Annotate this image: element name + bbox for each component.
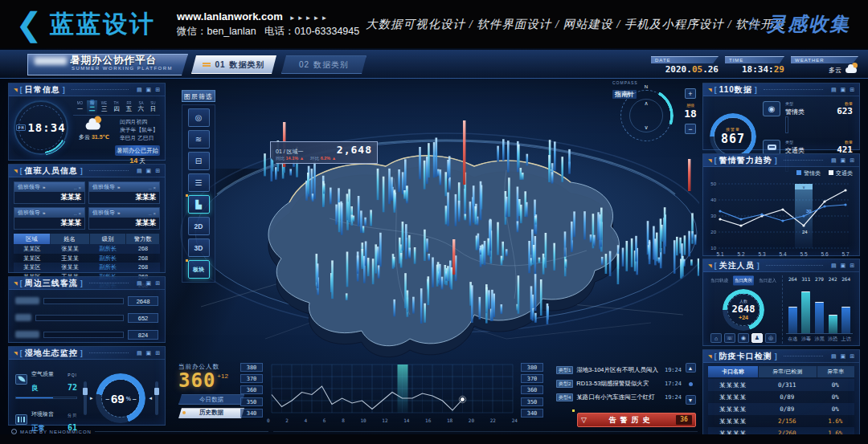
view-3d-button[interactable]: 3D bbox=[188, 238, 210, 257]
focus-title: 关注人员 bbox=[719, 260, 755, 271]
person-icon[interactable]: ♟ bbox=[751, 333, 763, 343]
expand-icon[interactable]: ⊞ bbox=[850, 157, 854, 164]
expand-icon[interactable]: ⊞ bbox=[155, 168, 160, 174]
history-data-button[interactable]: 历史数据 bbox=[178, 408, 244, 418]
window-icon[interactable]: ▣ bbox=[841, 353, 846, 360]
x-tick: 0 bbox=[267, 418, 270, 423]
phone-icon[interactable]: ☏ bbox=[724, 333, 735, 343]
camera-icon: ◎ bbox=[195, 113, 203, 122]
house-icon[interactable]: ⌂ bbox=[710, 333, 722, 343]
alert-item[interactable]: 类型2RD13-53烟感报警疑似火灾17:24 bbox=[556, 377, 682, 390]
minimize-icon[interactable]: ▤ bbox=[137, 350, 142, 356]
weather-cell: 多云 31.5℃ bbox=[73, 119, 115, 141]
window-icon[interactable]: ▣ bbox=[146, 87, 152, 93]
expand-icon[interactable]: ⊞ bbox=[155, 87, 160, 93]
website-link[interactable]: www.lanlanwork.com bbox=[177, 10, 283, 22]
trend-line-chart[interactable]: 5040302010∨30245.15.25.35.45.55.65.7 bbox=[707, 177, 855, 258]
x-tick: 8 bbox=[342, 418, 345, 423]
grid-layer-button[interactable]: ⊟ bbox=[188, 152, 210, 170]
svg-text:40: 40 bbox=[710, 198, 716, 202]
2d-label: 2D bbox=[194, 222, 203, 230]
lunar-calendar: 闰四月初四庚子年【鼠年】辛巳月 乙巳日 bbox=[120, 118, 160, 143]
svg-text:20: 20 bbox=[710, 230, 716, 234]
scroll-up-button[interactable]: ▲ bbox=[686, 363, 696, 373]
minimize-icon[interactable]: ▤ bbox=[137, 87, 142, 93]
redacted-prefix bbox=[35, 57, 67, 65]
window-icon[interactable]: ▣ bbox=[146, 350, 152, 356]
alert-item[interactable]: 类型4某路口有小汽车连闯三个红灯19:24 bbox=[556, 390, 682, 404]
bar[interactable] bbox=[815, 302, 824, 333]
minimize-icon[interactable]: ▤ bbox=[831, 157, 837, 164]
compass-north: N bbox=[645, 84, 648, 89]
tab-daily-track[interactable]: 当日轨迹 bbox=[709, 276, 730, 286]
minimize-icon[interactable]: ▤ bbox=[831, 353, 837, 360]
tab-daily-enter[interactable]: 当日进入 bbox=[757, 276, 778, 286]
alert-count-badge: 36 bbox=[676, 415, 692, 425]
expand-icon[interactable]: ⊞ bbox=[850, 263, 854, 269]
compass-widget: COMPASS 指南针 N ∧ ∨ + 层级 18 − bbox=[612, 80, 698, 151]
bar-value: 264 bbox=[839, 276, 853, 284]
window-icon[interactable]: ▣ bbox=[841, 157, 846, 164]
duty-leader-card[interactable]: 值班领导»‥ ×某某某 bbox=[88, 181, 160, 204]
window-icon[interactable]: ▣ bbox=[841, 263, 846, 269]
lanlan-logo-icon: ❮ bbox=[13, 6, 45, 42]
window-icon[interactable]: ▣ bbox=[841, 87, 846, 93]
duty-leader-card[interactable]: 值班领导»‥ ×某某某 bbox=[88, 207, 160, 230]
clock-time: 18:34 bbox=[27, 121, 65, 134]
arrow-right-icon[interactable]: ◂ bbox=[149, 395, 152, 401]
slider-left[interactable] bbox=[84, 381, 87, 415]
minimize-icon[interactable]: ▤ bbox=[137, 168, 142, 174]
tab-data-category-01[interactable]: 01 数据类别 bbox=[191, 55, 276, 74]
checkpoint-table-header: 卡口名称异常/已检测异常率 bbox=[708, 366, 854, 377]
duty-leader-card[interactable]: 值班领导»‥ ×某某某 bbox=[14, 181, 85, 204]
tab-data-category-02[interactable]: 02 数据类别 bbox=[281, 55, 366, 74]
tab-daily-leave[interactable]: 当日离所 bbox=[733, 276, 754, 286]
today-data-button[interactable]: 今日数据 bbox=[178, 394, 244, 405]
expand-icon[interactable]: ⊞ bbox=[155, 350, 160, 356]
slider-right[interactable] bbox=[155, 381, 158, 415]
minimize-icon[interactable]: ▤ bbox=[137, 280, 142, 287]
bar[interactable] bbox=[841, 307, 850, 333]
bar-value: 279 bbox=[813, 276, 826, 284]
expand-icon[interactable]: ⊞ bbox=[850, 353, 854, 360]
header-date: DATE 2020.05.26 bbox=[651, 56, 719, 74]
zoom-out-button[interactable]: − bbox=[685, 124, 696, 134]
minimize-icon[interactable]: ▤ bbox=[831, 87, 837, 93]
platform-title: 暑期办公协作平台 bbox=[70, 56, 157, 66]
y-axis-tick: 350 bbox=[521, 397, 543, 406]
inspiration-collect[interactable]: ☆ 灵感收集 bbox=[744, 0, 850, 48]
alert-item[interactable]: 类型1湿地3-104片区有不明人员闯入19:24 bbox=[556, 363, 682, 377]
zoom-in-button[interactable]: + bbox=[685, 88, 696, 99]
svg-text:10: 10 bbox=[710, 246, 716, 251]
partly-cloudy-icon bbox=[86, 120, 103, 130]
duty-leader-card[interactable]: 值班领导»‥ ×某某某 bbox=[14, 207, 85, 230]
office-line-chart[interactable] bbox=[267, 363, 518, 426]
barchart-layer-button[interactable]: ▙ bbox=[188, 195, 210, 214]
window-icon[interactable]: ▣ bbox=[146, 168, 152, 174]
bar[interactable] bbox=[788, 307, 797, 333]
weather-desc: 多云 bbox=[79, 134, 90, 140]
110-row-police: ◉ 类型数量 警情类623 bbox=[763, 101, 853, 132]
camera-layer-button[interactable]: ◎ bbox=[188, 108, 210, 127]
bar[interactable] bbox=[829, 315, 837, 333]
radar-layer-button[interactable]: ≋ bbox=[188, 130, 210, 149]
chevron-up-icon: ∧ bbox=[644, 100, 648, 107]
table-row: 某某某某0/890% bbox=[708, 403, 854, 415]
y-axis-tick: 370 bbox=[240, 374, 263, 383]
expand-icon[interactable]: ⊞ bbox=[850, 87, 854, 93]
track-icon[interactable]: ◉ bbox=[738, 333, 749, 343]
expand-icon[interactable]: ⊞ bbox=[155, 280, 160, 287]
alert-history-button[interactable]: ▽ 告警历史 36 bbox=[577, 413, 696, 427]
gauge-value: 867 bbox=[721, 132, 745, 146]
compass-dial[interactable]: N ∧ ∨ bbox=[620, 90, 672, 141]
arrow-left-icon[interactable]: ▸ bbox=[90, 395, 93, 401]
list-layer-button[interactable]: ☰ bbox=[188, 173, 210, 192]
minimize-icon[interactable]: ▤ bbox=[831, 263, 837, 269]
block-view-button[interactable]: 板块 bbox=[188, 260, 210, 279]
window-icon[interactable]: ▣ bbox=[146, 280, 152, 287]
view-2d-button[interactable]: 2D bbox=[188, 217, 210, 235]
bar[interactable] bbox=[801, 291, 810, 333]
scroll-down-button[interactable]: ▼ bbox=[686, 395, 696, 405]
vehicle-icon[interactable]: ◎ bbox=[765, 333, 776, 343]
eco-title: 湿地生态监控 bbox=[25, 348, 78, 359]
